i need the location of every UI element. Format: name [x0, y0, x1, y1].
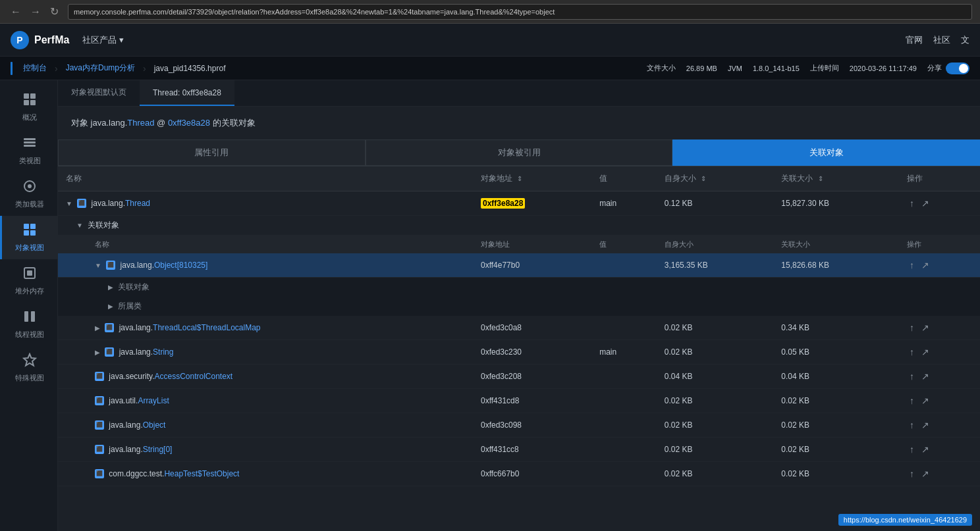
sidebar-label-threadview: 线程视图	[15, 330, 44, 340]
row-string-arr-val	[591, 438, 657, 462]
refresh-button[interactable]: ↻	[47, 4, 61, 19]
table-row-section-header: ▼ 关联对象	[58, 216, 980, 236]
row-string-related: 0.05 KB	[773, 340, 899, 365]
obj-array-link[interactable]: Object[810325]	[154, 261, 207, 270]
sub-class-expand[interactable]: ▶	[108, 303, 113, 310]
file-size-label: 文件大小	[647, 63, 676, 73]
row-string-addr: 0xfed3c230	[473, 340, 591, 365]
col-related-size[interactable]: 关联大小 ⇕	[773, 166, 899, 191]
svg-rect-12	[30, 230, 36, 236]
sidebar-item-threadview[interactable]: 线程视图	[0, 303, 57, 346]
row-object-self: 0.02 KB	[657, 413, 774, 438]
accessctx-link[interactable]: AccessControlContext	[154, 372, 232, 381]
row-threadlocal-related: 0.34 KB	[773, 316, 899, 340]
action-btn-2[interactable]: ↗	[919, 197, 932, 210]
action-btn-1[interactable]: ↑	[907, 197, 917, 210]
arraylist-link[interactable]: ArrayList	[138, 396, 169, 405]
threadlocal-link[interactable]: ThreadLocal$ThreadLocalMap	[153, 323, 260, 332]
sub-tab-obj-ref[interactable]: 对象被引用	[366, 139, 673, 166]
string-arr-link[interactable]: String[0]	[143, 445, 173, 454]
threadview-icon	[22, 309, 37, 327]
sidebar-label-classview: 类视图	[19, 156, 41, 166]
svg-rect-1	[30, 93, 36, 99]
breadcrumb-file: java_pid14356.hprof	[154, 64, 226, 73]
col-self-size[interactable]: 自身大小 ⇕	[657, 166, 774, 191]
header-link-more[interactable]: 文	[961, 34, 969, 46]
action-string-arr-2[interactable]: ↗	[919, 443, 932, 456]
table-row-object-array: ▼ ⬛ java.lang.Object[810325] 0xff4e77b0 …	[58, 253, 980, 278]
sidebar-item-overview[interactable]: 概况	[0, 86, 57, 129]
svg-rect-15	[24, 311, 28, 322]
forward-button[interactable]: →	[28, 5, 43, 19]
action-string-2[interactable]: ↗	[919, 345, 932, 359]
sub-tab-attr-ref[interactable]: 属性引用	[58, 139, 366, 166]
action-arraylist-1[interactable]: ↑	[907, 394, 917, 407]
action-accessctx-1[interactable]: ↑	[907, 370, 917, 383]
obj-class-link[interactable]: Thread	[127, 118, 154, 128]
table-row-object: ⬛ java.lang.Object 0xfed3c098 0.02 KB 0.…	[58, 413, 980, 438]
action-arraylist-2[interactable]: ↗	[919, 394, 932, 407]
action-threadlocal-2[interactable]: ↗	[919, 321, 932, 334]
action-string-1[interactable]: ↑	[907, 345, 917, 359]
row-accessctx-val	[591, 365, 657, 389]
object-link[interactable]: Object	[143, 420, 166, 430]
share-toggle[interactable]: 分享	[927, 63, 969, 74]
svg-rect-11	[24, 230, 29, 236]
row-string-arr-addr: 0xff431cc8	[473, 438, 591, 462]
toggle-switch[interactable]	[946, 63, 969, 74]
tab-thread[interactable]: Thread: 0xff3e8a28	[140, 80, 234, 106]
expand-threadlocal[interactable]: ▶	[95, 324, 100, 332]
sidebar-item-classloader[interactable]: 类加载器	[0, 172, 57, 216]
sub-related-expand[interactable]: ▶	[108, 284, 113, 291]
col-address[interactable]: 对象地址 ⇕	[473, 166, 591, 191]
address-bar[interactable]	[68, 4, 972, 20]
table-row-arraylist: ⬛ java.util.ArrayList 0xff431cd8 0.02 KB…	[58, 389, 980, 413]
action-testobj-2[interactable]: ↗	[919, 467, 932, 480]
row-obj-array-action: ↑ ↗	[899, 253, 980, 278]
toggle-knob	[959, 64, 968, 73]
row-string-action: ↑ ↗	[899, 340, 980, 365]
row-object-name: ⬛ java.lang.Object	[58, 413, 473, 438]
row-arraylist-val	[591, 389, 657, 413]
expand-icon[interactable]: ▼	[66, 200, 72, 207]
obj-address-link[interactable]: 0xff3e8a28	[168, 118, 210, 128]
action-obj-array-1[interactable]: ↑	[907, 259, 917, 272]
row-self-size-cell: 0.12 KB	[657, 191, 774, 216]
sidebar-item-objectview[interactable]: 对象视图	[0, 216, 57, 259]
name-prefix: java.lang.	[92, 199, 125, 208]
string-link[interactable]: String	[153, 347, 173, 357]
action-obj-array-2[interactable]: ↗	[919, 259, 932, 272]
row-threadlocal-addr: 0xfed3c0a8	[473, 316, 591, 340]
table-header: 名称 对象地址 ⇕ 值 自身大小 ⇕ 关联大小 ⇕ 操作	[58, 166, 980, 191]
action-testobj-1[interactable]: ↑	[907, 467, 917, 480]
action-accessctx-2[interactable]: ↗	[919, 370, 932, 383]
expand-obj-array[interactable]: ▼	[95, 262, 101, 269]
breadcrumb-console[interactable]: 控制台	[23, 63, 47, 74]
svg-rect-5	[24, 141, 36, 143]
testobj-icon: ⬛	[95, 469, 104, 478]
svg-rect-16	[31, 311, 35, 322]
row-obj-array-val	[591, 253, 657, 278]
sort-related-icon: ⇕	[818, 175, 823, 182]
tab-default-view[interactable]: 对象视图默认页	[58, 80, 140, 106]
breadcrumb-jvm-dump[interactable]: Java内存Dump分析	[66, 63, 135, 74]
back-button[interactable]: ←	[8, 5, 24, 19]
community-menu[interactable]: 社区产品 ▾	[82, 34, 124, 46]
string-icon: ⬛	[105, 347, 114, 357]
section-expand-icon[interactable]: ▼	[76, 222, 83, 229]
sub-tab-related[interactable]: 关联对象	[672, 139, 980, 166]
action-string-arr-1[interactable]: ↑	[907, 443, 917, 456]
expand-string[interactable]: ▶	[95, 349, 100, 356]
name-link[interactable]: Thread	[125, 199, 150, 208]
action-object-1[interactable]: ↑	[907, 418, 917, 432]
row-accessctx-action: ↑ ↗	[899, 365, 980, 389]
sidebar-item-specialview[interactable]: 特殊视图	[0, 346, 57, 390]
action-object-2[interactable]: ↗	[919, 418, 932, 432]
header-link-shequ[interactable]: 社区	[933, 34, 950, 46]
sidebar-item-classview[interactable]: 类视图	[0, 129, 57, 172]
action-threadlocal-1[interactable]: ↑	[907, 321, 917, 334]
testobj-link[interactable]: HeapTest$TestObject	[164, 469, 239, 478]
sidebar-item-offheap[interactable]: 堆外内存	[0, 259, 57, 303]
obj-array-prefix: java.lang.	[121, 261, 154, 270]
header-link-guanwang[interactable]: 官网	[906, 34, 923, 46]
